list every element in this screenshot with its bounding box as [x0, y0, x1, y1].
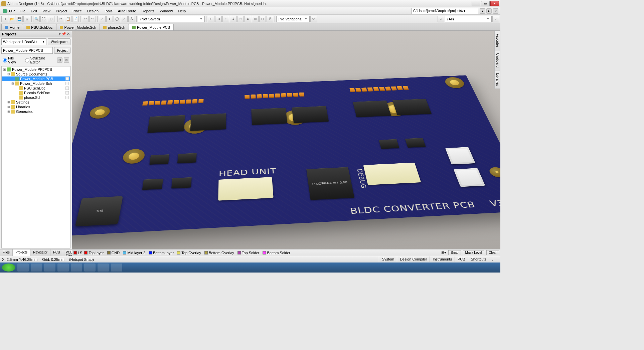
copy-icon[interactable]: 📋 — [65, 16, 71, 22]
menu-file[interactable]: File — [17, 8, 28, 14]
layer-tab-toplayer[interactable]: TopLayer — [84, 251, 104, 255]
grid-icon[interactable]: # — [267, 16, 273, 22]
redo-icon[interactable]: ↷ — [89, 16, 96, 22]
tree-expand-icon[interactable]: ⊞ — [7, 101, 10, 104]
align-right-icon[interactable]: ⇥ — [215, 16, 222, 22]
cut-icon[interactable]: ✂ — [57, 16, 64, 22]
taskbar-item[interactable] — [98, 264, 109, 272]
save-icon[interactable]: 💾 — [16, 16, 23, 22]
doc-tab-psu-schdoc[interactable]: PSU.SchDoc — [23, 24, 56, 30]
start-button[interactable] — [2, 264, 15, 272]
status-menu-system[interactable]: System — [379, 256, 397, 262]
undo-icon[interactable]: ↶ — [82, 16, 89, 22]
tree-item-phase-sch[interactable]: phase.Sch — [2, 95, 70, 100]
panel-close-icon[interactable]: ✕ — [67, 32, 70, 36]
zoom-sel-icon[interactable]: ◻ — [48, 16, 54, 22]
maximize-button[interactable]: ▭ — [481, 1, 490, 6]
refresh-icon[interactable]: ⟳ — [310, 16, 317, 22]
text-icon[interactable]: A — [128, 16, 135, 22]
resize-grip[interactable]: ⋰ — [489, 256, 498, 262]
taskbar-item[interactable] — [17, 264, 29, 272]
variation-combo[interactable]: [No Variations]▼ — [276, 16, 310, 22]
tree-item-piccolo-schdoc[interactable]: Piccolo.SchDoc — [2, 91, 70, 95]
layer-tab-bottom-solder[interactable]: Bottom Solder — [263, 251, 290, 255]
align-left-icon[interactable]: ⇤ — [208, 16, 214, 22]
layer-tab-gnd[interactable]: GND — [107, 251, 120, 255]
tree-collapse-icon[interactable]: ⊟ — [57, 57, 62, 63]
tree-item-psu-schdoc[interactable]: PSU.SchDoc — [2, 86, 70, 91]
panel-pin-icon[interactable]: 📌 — [61, 32, 66, 36]
tree-expand-icon[interactable]: ⊟ — [7, 72, 10, 76]
bottom-tab-projects[interactable]: Projects — [13, 249, 30, 256]
doc-tab-home[interactable]: Home — [1, 24, 23, 30]
structure-editor-radio[interactable]: Structure Editor — [25, 56, 54, 64]
layer-tab-top-solder[interactable]: Top Solder — [237, 251, 260, 255]
workspace-button[interactable]: Workspace — [48, 38, 70, 45]
pcb-3d-viewport[interactable]: P-LQFP48-7x7-0.50 100 HEAD UNIT DEBUG BL… — [72, 31, 500, 256]
menu-project[interactable]: Project — [53, 8, 70, 14]
project-tree[interactable]: ▣Power_Module.PRJPCB⊟Source DocumentsPow… — [1, 66, 70, 248]
menu-reports[interactable]: Reports — [139, 8, 157, 14]
status-menu-instruments[interactable]: Instruments — [430, 256, 454, 262]
line-icon[interactable]: ／ — [121, 16, 128, 22]
menu-place[interactable]: Place — [70, 8, 85, 14]
layer-tab-bottomlayer[interactable]: BottomLayer — [149, 251, 174, 255]
taskbar-item[interactable] — [84, 264, 96, 272]
tree-item-power-module-prjpcb[interactable]: ▣Power_Module.PRJPCB — [2, 67, 70, 72]
taskbar-item[interactable] — [57, 264, 69, 272]
menu-tools[interactable]: Tools — [101, 8, 115, 14]
tree-item-libraries[interactable]: ⊞Libraries — [2, 105, 70, 109]
open-icon[interactable]: 📂 — [9, 16, 15, 22]
new-icon[interactable]: 🗋 — [1, 16, 8, 22]
minimize-button[interactable]: — — [472, 1, 480, 6]
tree-expand-icon[interactable]: ⊞ — [7, 110, 10, 113]
close-button[interactable]: ✕ — [490, 1, 499, 6]
nav-fwd-icon[interactable]: ► — [486, 8, 492, 14]
paste-icon[interactable]: 📄 — [72, 16, 79, 22]
align-hcenter-icon[interactable]: ⬌ — [237, 16, 244, 22]
distribute-v-icon[interactable]: ⊟ — [259, 16, 266, 22]
menu-design[interactable]: Design — [85, 8, 101, 14]
align-vcenter-icon[interactable]: ⬍ — [245, 16, 251, 22]
layer-set-button[interactable]: LS — [73, 251, 82, 255]
file-view-radio[interactable]: File View — [3, 56, 22, 64]
tree-settings-icon[interactable]: ⚙ — [64, 57, 69, 63]
status-menu-shortcuts[interactable]: Shortcuts — [468, 256, 489, 262]
menu-view[interactable]: View — [40, 8, 53, 14]
layer-tab-mid-layer-2[interactable]: Mid layer 2 — [123, 251, 145, 255]
help-icon[interactable]: ? — [493, 8, 498, 14]
taskbar-item[interactable] — [71, 264, 82, 272]
layer-tab-bottom-overlay[interactable]: Bottom Overlay — [204, 251, 234, 255]
dxp-menu[interactable]: DXP — [1, 9, 17, 13]
tree-expand-icon[interactable]: ⊞ — [7, 105, 10, 109]
align-top-icon[interactable]: ⇡ — [222, 16, 229, 22]
taskbar-item[interactable] — [31, 264, 42, 272]
tree-item-power-module-sch[interactable]: ⊟Power_Module.Sch — [2, 81, 70, 86]
distribute-h-icon[interactable]: ⊞ — [252, 16, 259, 22]
saved-combo[interactable]: (Not Saved)▼ — [138, 16, 205, 22]
tree-item-settings[interactable]: ⊞Settings — [2, 100, 70, 105]
mask-level-button[interactable]: Mask Level — [463, 250, 485, 255]
taskbar-item[interactable] — [44, 264, 55, 272]
tree-expand-icon[interactable]: ⊟ — [11, 82, 14, 85]
filter-apply-icon[interactable]: ✓ — [492, 16, 499, 22]
doc-tab-phase-sch[interactable]: phase.Sch — [100, 24, 129, 30]
via-icon[interactable]: ● — [106, 16, 113, 22]
tree-item-generated[interactable]: ⊞Generated — [2, 109, 70, 114]
flyout-tab-clipboard[interactable]: Clipboard — [494, 50, 500, 70]
zoom-area-icon[interactable]: 🔍 — [33, 16, 40, 22]
route-icon[interactable]: ⟋ — [99, 16, 106, 22]
workspace-combo[interactable]: Workspace1.DsnWrk▼ — [1, 38, 46, 45]
bottom-tab-pcb[interactable]: PCB — [50, 249, 63, 256]
pad-icon[interactable]: ◯ — [114, 16, 120, 22]
bottom-tab-navigator[interactable]: Navigator — [30, 249, 50, 256]
doc-tab-power-module-sch[interactable]: Power_Module.Sch — [56, 24, 100, 30]
bottom-tab-files[interactable]: Files — [0, 249, 13, 256]
project-button[interactable]: Project — [54, 47, 70, 54]
nav-back-icon[interactable]: ◄ — [480, 8, 485, 14]
status-menu-pcb[interactable]: PCB — [455, 256, 468, 262]
menu-help[interactable]: Help — [175, 8, 188, 14]
snap-button[interactable]: Snap — [448, 250, 461, 255]
filter-combo[interactable]: (All)▼ — [445, 16, 492, 22]
path-combo[interactable]: C:\Users\jarrod\Dropbox\projects\ ▾ — [412, 8, 478, 14]
